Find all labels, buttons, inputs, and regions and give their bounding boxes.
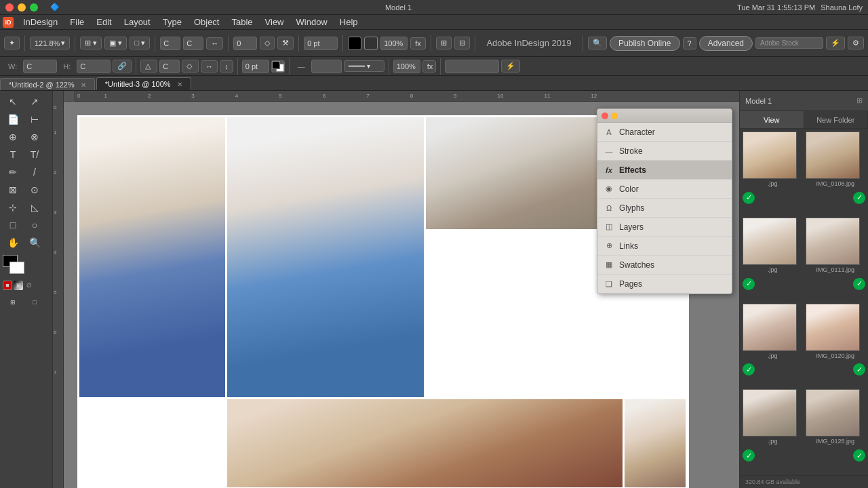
background-swatch[interactable] [9, 262, 24, 274]
shear-btn[interactable]: ◇ [260, 37, 275, 49]
constrain-btn[interactable]: 🔗 [113, 60, 132, 73]
stroke-color-btn[interactable] [364, 37, 378, 50]
frame-single-tool[interactable]: □ [24, 294, 45, 310]
transform-btn[interactable]: ⚒ [277, 37, 294, 49]
y-coord-input[interactable] [183, 37, 203, 50]
thumbnail-item-4[interactable]: ✓ IMG_0111.jpg [806, 218, 866, 301]
search-btn[interactable]: 🔍 [588, 37, 607, 49]
ellipse-frame-tool[interactable]: ⊙ [24, 182, 45, 198]
width-input[interactable] [23, 60, 57, 73]
display-options[interactable]: ▣ ▾ [104, 37, 127, 49]
thumbnail-item-8[interactable]: ✓ IMG_0128.jpg [806, 389, 866, 472]
height-input[interactable] [77, 60, 111, 73]
panel-item-stroke[interactable]: — Stroke [597, 142, 732, 161]
content-placer[interactable]: ⊗ [24, 129, 45, 145]
shear-tool2[interactable]: ◺ [24, 199, 45, 216]
direct-select-tool[interactable]: ↗ [24, 94, 45, 110]
menu-file[interactable]: File [64, 16, 90, 28]
panel-item-glyphs[interactable]: Ω Glyphs [597, 199, 732, 218]
page-tool[interactable]: 📄 [3, 111, 23, 127]
fill-color[interactable] [271, 60, 285, 73]
search-stock-input[interactable]: Adobe Stock [755, 37, 823, 49]
panel-item-swatches[interactable]: ▦ Swatches [597, 256, 732, 274]
minimize-button[interactable] [18, 3, 26, 12]
photo-4[interactable] [227, 117, 424, 397]
menu-window[interactable]: Window [291, 16, 333, 28]
fx-btn[interactable]: fx [410, 37, 426, 49]
apply-color[interactable]: ■ [3, 281, 12, 290]
tab-close-1[interactable]: ✕ [81, 81, 86, 89]
chain-btn[interactable]: ⚡ [501, 60, 520, 73]
flip-h[interactable]: ↔ [201, 60, 218, 73]
photo-2[interactable] [426, 117, 623, 229]
x-coord-input[interactable] [160, 37, 180, 50]
rotate-field[interactable]: △ [140, 60, 157, 73]
select-tool[interactable]: ↖ [3, 94, 23, 110]
fullscreen-button[interactable] [30, 3, 38, 12]
thumbnail-item-6[interactable]: ✓ IMG_0120.jpg [806, 304, 866, 387]
apply-gradient[interactable]: ▣ [14, 281, 23, 290]
apply-none[interactable]: ∅ [24, 281, 34, 290]
ellipse-tool[interactable]: ○ [24, 217, 45, 233]
panel-item-effects[interactable]: fx Effects [597, 161, 732, 180]
rectangle-tool[interactable]: □ [3, 217, 23, 233]
advanced-button[interactable]: Advanced [699, 36, 753, 51]
thumbnail-item-3[interactable]: ✓ .jpg [743, 218, 803, 301]
panel-item-layers[interactable]: ◫ Layers [597, 218, 732, 237]
photo-6[interactable] [625, 399, 686, 487]
distribute-btns[interactable]: ⊟ [454, 37, 470, 49]
line-tool[interactable]: / [24, 164, 45, 180]
panel-close-btn[interactable] [601, 113, 608, 119]
stroke-style[interactable]: ━━━━ ▾ [344, 60, 384, 72]
menu-type[interactable]: Type [157, 16, 187, 28]
menu-table[interactable]: Table [226, 16, 258, 28]
help-btn[interactable]: ? [683, 37, 696, 49]
thumbnail-item-5[interactable]: ✓ .jpg [743, 304, 803, 387]
tool-mode-btn[interactable]: ✦ [4, 37, 20, 49]
close-button[interactable] [5, 3, 14, 12]
rp-tab-view[interactable]: View [740, 111, 804, 128]
publish-online-button[interactable]: Publish Online [610, 36, 679, 51]
panel-item-pages[interactable]: ❑ Pages [597, 274, 732, 293]
pencil-tool[interactable]: ✏ [3, 164, 23, 180]
canvas-background[interactable]: A Character — Stroke fx Effects ◉ Color … [64, 102, 739, 488]
color-btn[interactable] [348, 37, 361, 50]
menu-view[interactable]: View [260, 16, 290, 28]
rectangle-frame-tool[interactable]: ⊠ [3, 182, 23, 198]
shear-field[interactable]: ◇ [182, 60, 199, 73]
menu-edit[interactable]: Edit [91, 16, 117, 28]
tab-untitled2[interactable]: *Untitled-2 @ 122% ✕ [0, 78, 95, 90]
effects-icon[interactable]: fx [422, 60, 436, 73]
frame-options[interactable]: □ ▾ [130, 37, 150, 49]
zoom-dropdown[interactable]: 121.8% ▾ [30, 37, 70, 49]
stroke-weight-input[interactable] [311, 60, 342, 73]
tab-close-2[interactable]: ✕ [177, 81, 182, 88]
menu-help[interactable]: Help [334, 16, 363, 28]
percent-input[interactable] [393, 60, 420, 73]
panel-item-links[interactable]: ⊕ Links [597, 237, 732, 256]
thumbnail-item-1[interactable]: ✓ .jpg [743, 131, 803, 215]
gap-tool[interactable]: ⊢ [24, 111, 45, 127]
type-tool[interactable]: T [3, 146, 23, 163]
thumbnail-item-2[interactable]: ✓ IMG_0108.jpg [806, 131, 866, 215]
zoom-tool[interactable]: 🔍 [24, 235, 45, 251]
photo-5[interactable] [227, 399, 623, 487]
panel-item-color[interactable]: ◉ Color [597, 180, 732, 199]
frame-grid-tool[interactable]: ⊞ [3, 294, 23, 310]
pt-field[interactable] [242, 60, 269, 73]
type-on-path[interactable]: T/ [24, 146, 45, 163]
view-options[interactable]: ⊞ ▾ [80, 37, 102, 49]
lightning-btn[interactable]: ⚡ [826, 37, 845, 49]
flip-v[interactable]: ↕ [220, 60, 233, 73]
settings-btn[interactable]: ⚙ [848, 37, 864, 49]
opacity-input[interactable] [380, 37, 408, 50]
rotate-input2[interactable] [159, 60, 180, 73]
menu-object[interactable]: Object [189, 16, 225, 28]
menu-indesign[interactable]: InDesign [18, 16, 63, 28]
transform-tool[interactable]: ⊹ [3, 199, 23, 216]
thumbnail-item-7[interactable]: ✓ .jpg [743, 389, 803, 472]
align-btns[interactable]: ⊞ [436, 37, 452, 49]
hand-tool[interactable]: ✋ [3, 235, 23, 251]
rotate-input[interactable] [233, 37, 257, 50]
panel-minimize-btn[interactable] [611, 113, 618, 119]
